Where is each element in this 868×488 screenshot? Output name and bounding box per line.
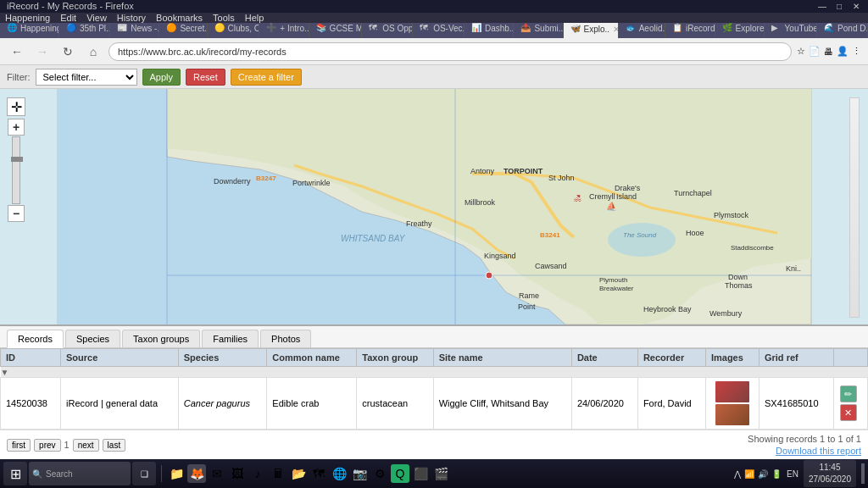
taskbar-globe[interactable]: 🌐 <box>330 464 348 483</box>
battery-icon[interactable]: 🔋 <box>771 469 782 479</box>
menu-edit[interactable]: Edit <box>60 13 76 23</box>
menu-dots[interactable]: ⋮ <box>852 46 861 57</box>
reset-button[interactable]: Reset <box>186 69 225 86</box>
last-page-button[interactable]: last <box>103 439 126 452</box>
tab-irecord[interactable]: 📋iRecord <box>665 23 715 38</box>
task-view-button[interactable]: ❑ <box>132 462 156 485</box>
back-button[interactable]: ← <box>7 42 27 62</box>
start-button[interactable]: ⊞ <box>3 462 27 485</box>
taskbar-maps[interactable]: 🗺 <box>309 464 328 483</box>
taskbar-qgis[interactable]: Q <box>391 464 409 483</box>
taskbar-calc[interactable]: 🖩 <box>269 464 287 483</box>
main-content: iRecord - My Records - Firefox — □ ✕ Hap… <box>0 0 868 459</box>
forward-button[interactable]: → <box>32 42 53 62</box>
image-thumb-2[interactable] <box>715 404 749 425</box>
tab-species[interactable]: Species <box>65 330 120 347</box>
menu-help[interactable]: Help <box>245 13 264 23</box>
create-filter-button[interactable]: Create a filter <box>231 69 302 86</box>
menu-history[interactable]: History <box>117 13 146 23</box>
tab-families[interactable]: Families <box>202 330 259 347</box>
taskbar-firefox[interactable]: 🦊 <box>187 464 206 483</box>
apply-button[interactable]: Apply <box>142 69 181 86</box>
tab-dashb[interactable]: 📊Dashb.. <box>465 23 515 38</box>
search-button[interactable]: 🔍 Search <box>29 462 131 485</box>
tab-os-vec[interactable]: 🗺OS-Vec. <box>413 23 465 38</box>
zoom-track[interactable] <box>12 136 20 204</box>
cell-images[interactable] <box>705 378 759 430</box>
tab-photos[interactable]: Photos <box>260 330 311 347</box>
divider <box>161 465 162 482</box>
svg-text:⛵: ⛵ <box>606 201 617 212</box>
tab-gcse[interactable]: 📚GCSE M <box>309 23 363 38</box>
tab-introd[interactable]: ➕+ Intro.. <box>259 23 309 38</box>
profile-icon[interactable]: 👤 <box>837 46 849 57</box>
cell-taxon-group: crustacean <box>357 378 433 430</box>
zoom-in-button[interactable]: + <box>8 119 25 136</box>
cell-source: iRecord | general data <box>61 378 179 430</box>
taskbar-files[interactable]: 📂 <box>289 464 308 483</box>
filter-select[interactable]: Select filter... <box>36 69 137 86</box>
taskbar-settings[interactable]: ⚙ <box>370 464 389 483</box>
tab-youtube[interactable]: ▶YouTube <box>765 23 818 38</box>
taskbar-camera[interactable]: 📷 <box>350 464 369 483</box>
keyboard-layout[interactable]: EN <box>787 469 798 479</box>
zoom-out-button[interactable]: − <box>8 205 25 222</box>
minimize-button[interactable]: — <box>817 1 827 11</box>
cell-id: 14520038 <box>1 378 61 430</box>
tab-pond[interactable]: 🌊Pond D. <box>817 23 868 38</box>
pan-control[interactable]: ✛ <box>7 97 25 116</box>
svg-text:Cremyll: Cremyll <box>589 192 615 201</box>
prev-page-button[interactable]: prev <box>34 439 60 452</box>
show-desktop-button[interactable] <box>861 463 865 484</box>
download-link[interactable]: Download this report <box>776 446 861 456</box>
tab-happening[interactable]: 🌐Happening <box>0 23 59 38</box>
first-page-button[interactable]: first <box>7 439 31 452</box>
svg-text:Island: Island <box>616 192 637 201</box>
taskbar-terminal[interactable]: ⬛ <box>411 464 430 483</box>
taskbar-music[interactable]: ♪ <box>248 464 267 483</box>
delete-button[interactable]: ✕ <box>840 404 857 421</box>
refresh-button[interactable]: ↻ <box>58 42 78 62</box>
tab-os-opp[interactable]: 🗺OS Opp <box>362 23 413 38</box>
menu-view[interactable]: View <box>86 13 107 23</box>
taskbar-file-explorer[interactable]: 📁 <box>167 464 186 483</box>
next-page-button[interactable]: next <box>73 439 99 452</box>
edit-button[interactable]: ✏ <box>840 385 857 402</box>
address-bar: ← → ↻ ⌂ ☆ 📄 🖶 👤 ⋮ <box>0 38 868 65</box>
maximize-button[interactable]: □ <box>834 1 844 11</box>
sound-icon[interactable]: 🔊 <box>758 469 768 479</box>
tab-aeolid[interactable]: 🐟Aeolid. <box>619 23 665 38</box>
svg-text:Downderry: Downderry <box>214 177 251 186</box>
tab-explo[interactable]: 🦋Explo..✕ <box>564 23 619 38</box>
bookmark-icon[interactable]: ☆ <box>797 46 805 57</box>
tab-35th[interactable]: 🔵35th Pl.. <box>59 23 110 38</box>
clock[interactable]: 11:45 27/06/2020 <box>804 460 856 487</box>
home-button[interactable]: ⌂ <box>83 42 103 62</box>
address-bar-right: ☆ 📄 🖶 👤 ⋮ <box>797 46 861 57</box>
tab-records[interactable]: Records <box>7 330 64 348</box>
menu-bookmarks[interactable]: Bookmarks <box>156 13 203 23</box>
tab-taxon-groups[interactable]: Taxon groups <box>122 330 200 347</box>
taskbar-photos[interactable]: 🖼 <box>228 464 247 483</box>
image-thumb-1[interactable] <box>715 381 749 402</box>
menu-happening[interactable]: Happening <box>5 13 50 23</box>
svg-text:Breakwater: Breakwater <box>599 285 634 292</box>
reader-icon[interactable]: 📄 <box>809 46 821 57</box>
monitor-icon[interactable]: 🖶 <box>824 47 833 57</box>
tab-clubs[interactable]: 🟡Clubs, C <box>208 23 260 38</box>
svg-text:Thomas: Thomas <box>725 281 753 290</box>
close-button[interactable]: ✕ <box>851 1 861 11</box>
tab-explore2[interactable]: 🌿Explore <box>715 23 765 38</box>
tab-secret[interactable]: 🟠Secret. <box>159 23 207 38</box>
taskbar-email[interactable]: ✉ <box>208 464 226 483</box>
tray-up-arrow[interactable]: ⋀ <box>734 469 741 479</box>
tab-subm[interactable]: 📤Submi.. <box>514 23 563 38</box>
menu-tools[interactable]: Tools <box>213 13 235 23</box>
network-icon[interactable]: 📶 <box>744 469 754 479</box>
system-tray: ⋀ 📶 🔊 🔋 <box>734 469 782 479</box>
tab-news[interactable]: 📰News -. <box>110 23 159 38</box>
taskbar-video[interactable]: 🎬 <box>431 464 450 483</box>
address-input[interactable] <box>108 42 792 61</box>
map-container[interactable]: Downderry Portwrinkle B3247 Freathy WHIT… <box>0 89 868 324</box>
filter-triangle: ▼ <box>1 368 9 377</box>
